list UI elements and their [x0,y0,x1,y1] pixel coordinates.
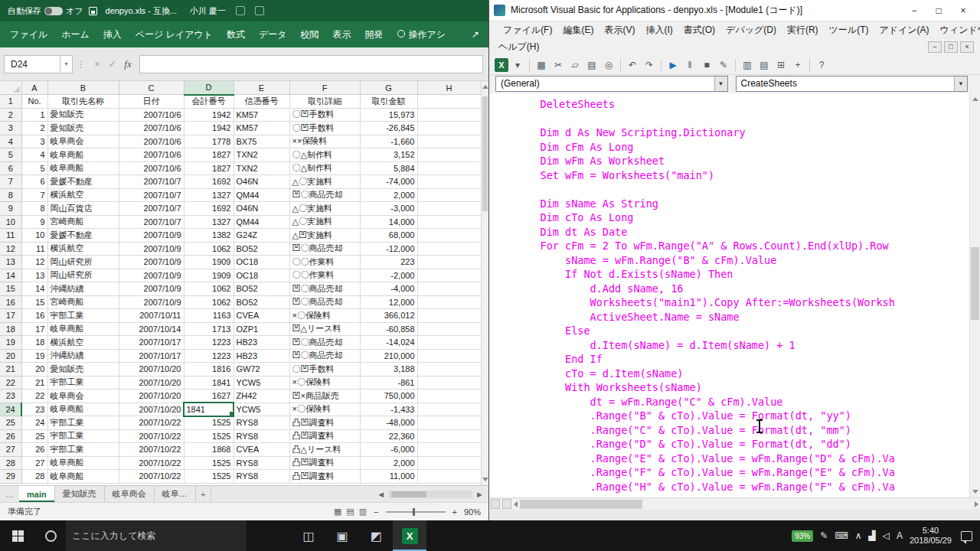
cell-D24[interactable]: 1841 [184,403,234,416]
cell-A21[interactable]: 20 [21,363,47,377]
cell-E11[interactable]: G24Z [234,229,289,243]
cell-H12[interactable] [417,242,481,256]
cell-B24[interactable]: 岐阜商船 [47,403,119,416]
column-header-a[interactable]: A [21,81,47,95]
cell-E17[interactable]: CVEA [234,309,289,323]
cell-D4[interactable]: 1778 [184,135,234,148]
zoom-out-button[interactable]: − [374,507,378,517]
cancel-icon[interactable]: × [90,58,105,70]
cell-B28[interactable]: 岐阜商船 [47,456,119,470]
row-header-18[interactable]: 18 [0,322,21,336]
row-header-28[interactable]: 28 [0,456,21,470]
cell-D22[interactable]: 1841 [184,376,234,390]
cell-G16[interactable]: 12,000 [360,295,417,309]
cell-C4[interactable]: 2007/10/6 [119,135,184,148]
insert-dropdown-icon[interactable]: ▾ [510,57,525,73]
undo-icon[interactable]: ↶ [625,57,640,73]
cell-D21[interactable]: 1816 [184,363,234,377]
cell-G8[interactable]: 2,000 [360,188,417,202]
scrollbar-thumb[interactable] [520,500,642,509]
cell-A7[interactable]: 6 [21,175,47,189]
cell-A11[interactable]: 10 [21,229,47,243]
cell-G17[interactable]: 366,012 [360,309,417,323]
minimize-button[interactable]: − [902,5,926,16]
normal-view-icon[interactable]: ▦ [334,507,341,517]
cell-C3[interactable]: 2007/10/6 [119,122,184,135]
cell-F2[interactable]: 〇凹手数料 [289,108,360,122]
cell-A2[interactable]: 1 [21,108,47,122]
row-header-15[interactable]: 15 [0,282,21,296]
formula-input[interactable] [139,55,483,73]
row-header-4[interactable]: 4 [0,135,21,148]
cell-E21[interactable]: GW72 [234,363,289,377]
procedure-view-button[interactable] [491,499,500,509]
start-button[interactable] [0,520,35,551]
row-header-10[interactable]: 10 [0,215,21,229]
cell-D2[interactable]: 1942 [184,108,234,122]
cell-H5[interactable] [417,148,481,162]
row-header-7[interactable]: 7 [0,175,21,189]
child-restore-button[interactable]: □ [944,41,958,53]
row-header-23[interactable]: 23 [0,390,21,403]
cell-E29[interactable]: RYS8 [234,470,289,484]
cell-G2[interactable]: 15,973 [360,108,417,122]
cell-F27[interactable]: 凸△リース料 [289,443,360,457]
find-icon[interactable]: ◎ [601,57,616,73]
code-editor[interactable]: DeleteSheets Dim d As New Scripting.Dict… [489,93,980,497]
ribbon-tab-file[interactable]: ファイル [3,21,54,48]
cell-B4[interactable]: 岐阜商会 [47,135,119,148]
titlebar-icon[interactable] [255,6,264,15]
cell-C21[interactable]: 2007/10/20 [119,363,184,377]
cell-F9[interactable]: △〇実施料 [289,202,360,216]
cell-C22[interactable]: 2007/10/20 [119,376,184,390]
menu-help[interactable]: ヘルプ(H) [493,39,545,55]
cell-A22[interactable]: 21 [21,376,47,390]
run-icon[interactable]: ▶ [665,57,681,73]
keyboard-icon[interactable]: ⌨ [835,530,848,541]
cell-C25[interactable]: 2007/10/22 [119,416,184,430]
pen-icon[interactable]: ✎ [820,530,828,541]
row-header-26[interactable]: 26 [0,429,21,443]
design-mode-icon[interactable]: ✎ [716,57,731,73]
code-text[interactable]: DeleteSheets Dim d As New Scripting.Dict… [489,93,969,497]
zoom-knob[interactable] [413,508,415,516]
scroll-right-icon[interactable] [975,501,978,507]
cell-D5[interactable]: 1827 [184,148,234,162]
cell-H17[interactable] [417,309,481,323]
cell-A20[interactable]: 19 [21,349,47,363]
cell-C10[interactable]: 2007/10/7 [119,215,184,229]
menu-add-ins[interactable]: アドイン(A) [874,22,934,38]
zoom-slider[interactable] [386,511,446,513]
cell-H21[interactable] [417,363,481,377]
cell-G27[interactable]: -6,000 [360,443,417,457]
maximize-button[interactable]: □ [926,5,951,16]
cut-icon[interactable]: ✂ [550,57,566,73]
row-header-8[interactable]: 8 [0,188,21,202]
ribbon-tab-review[interactable]: 校閲 [294,21,326,48]
cell-H13[interactable] [417,256,481,269]
cell-A13[interactable]: 12 [21,256,47,269]
cell-E25[interactable]: RYS8 [234,416,289,430]
cell-A14[interactable]: 13 [21,269,47,282]
cell-H18[interactable] [417,322,481,336]
cell-C8[interactable]: 2007/10/7 [119,188,184,202]
menu-run[interactable]: 実行(R) [782,22,824,38]
cell-E4[interactable]: BX75 [234,135,289,148]
cell-D27[interactable]: 1868 [184,443,234,457]
cell-F25[interactable]: 凸凹調査料 [289,416,360,430]
scrollbar-thumb[interactable] [971,247,979,320]
cell-E24[interactable]: YCW5 [234,403,289,416]
cell-H15[interactable] [417,282,481,296]
cell-D14[interactable]: 1909 [184,269,234,282]
cell-B23[interactable]: 岐阜商会 [47,390,119,403]
cell-A8[interactable]: 7 [21,188,47,202]
cell-H20[interactable] [417,349,481,363]
save-icon[interactable]: ▦ [534,57,549,73]
cell-D8[interactable]: 1327 [184,188,234,202]
row-header-11[interactable]: 11 [0,229,21,243]
ribbon-tab-data[interactable]: データ [252,21,294,48]
cell-F5[interactable]: 〇△制作料 [289,148,360,162]
cell-D26[interactable]: 1525 [184,429,234,443]
cell-G29[interactable]: 11,000 [360,470,417,484]
cell-E9[interactable]: O46N [234,202,289,216]
